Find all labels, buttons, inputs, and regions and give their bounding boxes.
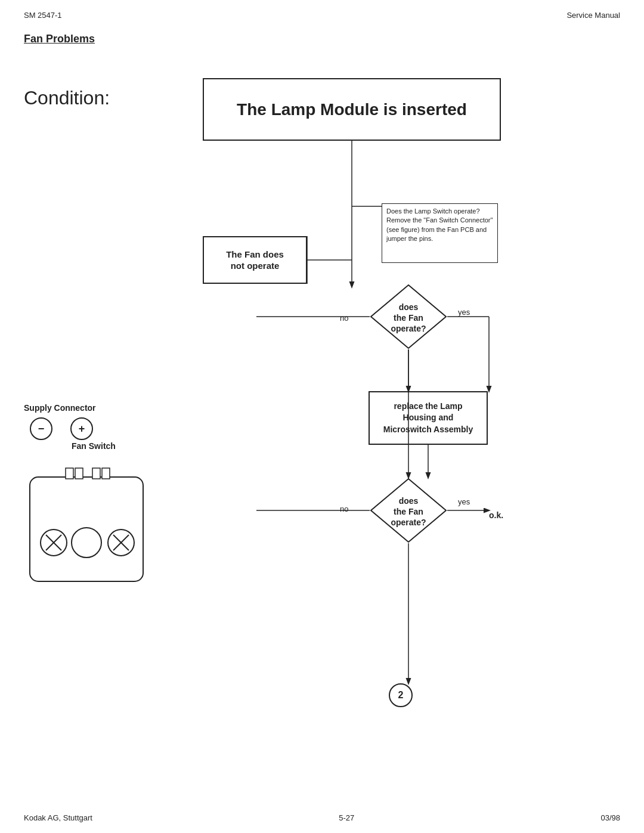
lamp-module-text: The Lamp Module is inserted bbox=[237, 100, 467, 119]
circle-2: 2 bbox=[389, 683, 413, 707]
page-header: SM 2547-1 Service Manual bbox=[0, 0, 644, 20]
connector-plus: + bbox=[70, 417, 93, 440]
box-replace: replace the LampHousing andMicroswitch A… bbox=[369, 391, 488, 445]
label-yes-2: yes bbox=[458, 497, 470, 506]
page-footer: Kodak AG, Stuttgart 5-27 03/98 bbox=[0, 813, 644, 822]
svg-rect-5 bbox=[92, 468, 100, 479]
svg-point-10 bbox=[72, 528, 101, 558]
pcb-drawing bbox=[24, 456, 155, 587]
diamond-2-shape bbox=[370, 478, 447, 543]
label-yes-1: yes bbox=[458, 308, 470, 317]
fan-not-operate-text: The Fan doesnot operate bbox=[226, 249, 284, 272]
svg-rect-3 bbox=[66, 468, 73, 479]
box-lamp-module: The Lamp Module is inserted bbox=[203, 78, 501, 141]
section-title-area: Fan Problems bbox=[0, 20, 644, 45]
note-top-text: Does the Lamp Switch operate? Remove the… bbox=[386, 208, 493, 242]
header-doc-number: SM 2547-1 bbox=[24, 11, 62, 20]
label-no-2: no bbox=[340, 504, 348, 513]
section-title: Fan Problems bbox=[24, 33, 95, 45]
header-doc-type: Service Manual bbox=[566, 11, 620, 20]
footer-date: 03/98 bbox=[600, 813, 620, 822]
ok-label: o.k. bbox=[489, 510, 503, 520]
footer-company: Kodak AG, Stuttgart bbox=[24, 813, 92, 822]
diamond-1-shape bbox=[370, 284, 447, 349]
footer-page: 5-27 bbox=[339, 813, 354, 822]
box-note-top: Does the Lamp Switch operate? Remove the… bbox=[382, 203, 498, 263]
replace-text: replace the LampHousing andMicroswitch A… bbox=[383, 401, 473, 436]
diagram-area: Condition: The Lamp Module is inserted D… bbox=[0, 51, 644, 820]
label-no-1: no bbox=[340, 314, 348, 323]
svg-rect-4 bbox=[75, 468, 83, 479]
box-fan-not-operate: The Fan doesnot operate bbox=[203, 236, 307, 284]
supply-connector-area: Supply Connector − + Fan Switch bbox=[18, 403, 179, 590]
condition-label: Condition: bbox=[24, 87, 110, 109]
svg-marker-1 bbox=[371, 479, 446, 542]
svg-rect-6 bbox=[102, 468, 110, 479]
svg-marker-0 bbox=[371, 285, 446, 348]
supply-connector-label: Supply Connector bbox=[24, 403, 179, 413]
connector-circles-row: − + bbox=[30, 417, 179, 440]
fan-switch-label: Fan Switch bbox=[72, 441, 179, 451]
connector-minus: − bbox=[30, 417, 52, 440]
